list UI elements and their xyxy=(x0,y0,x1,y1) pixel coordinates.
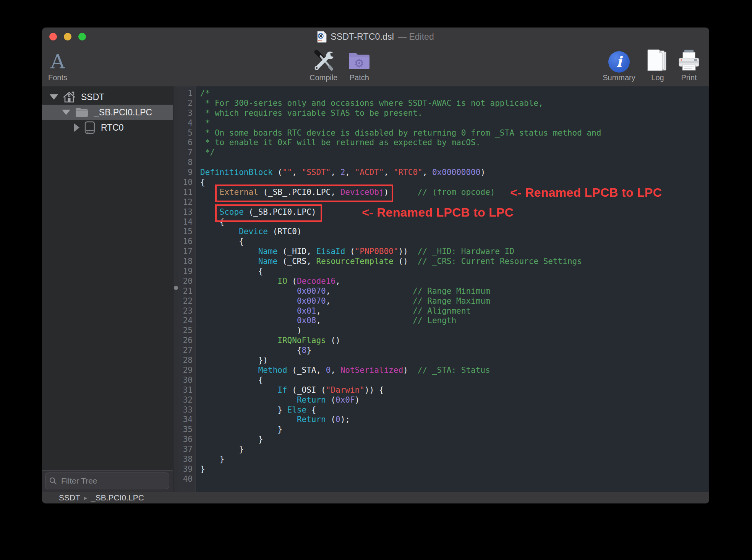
annotation-text-scope: <- Renamed LPCB to LPC xyxy=(362,206,514,220)
code-text[interactable]: Method (_STA, 0, NotSerialized) // _STA:… xyxy=(196,366,490,375)
code-line: 18 Name (_CRS, ResourceTemplate () // _C… xyxy=(178,257,709,267)
filter-tree-input[interactable] xyxy=(60,476,165,486)
code-text[interactable]: 0x0070, // Range Maximum xyxy=(196,296,490,306)
splitter-handle-dot[interactable] xyxy=(174,286,178,290)
code-line: 23 0x01, // Alignment xyxy=(178,306,709,316)
code-text[interactable]: } xyxy=(196,465,205,474)
title-bar[interactable]: DSL SSDT-RTC0.dsl — Edited xyxy=(42,28,709,46)
code-line: 26 IRQNoFlags () xyxy=(178,336,709,346)
disclosure-triangle[interactable] xyxy=(62,110,70,115)
code-line: 34 Return (0); xyxy=(178,415,709,425)
compile-button-label: Compile xyxy=(310,73,337,82)
code-text[interactable]: Device (RTC0) xyxy=(196,227,302,237)
code-line: 5 * On some boards RTC device is disable… xyxy=(178,128,709,138)
code-text[interactable] xyxy=(196,158,200,168)
tree-item--sb-pci0-lpc[interactable]: _SB.PCI0.LPC xyxy=(42,105,173,120)
summary-button[interactable]: i Summary xyxy=(599,47,639,82)
code-line: 2 * For 300-series only and occasions wh… xyxy=(178,99,709,108)
code-text[interactable]: } xyxy=(196,435,263,445)
line-number: 8 xyxy=(178,158,196,168)
code-text[interactable]: IRQNoFlags () xyxy=(196,336,340,346)
filter-tree-field[interactable] xyxy=(45,473,169,489)
code-text[interactable]: */ xyxy=(196,148,215,158)
line-number: 26 xyxy=(178,336,196,346)
code-text[interactable]: {8} xyxy=(196,346,311,356)
code-text[interactable] xyxy=(196,474,200,484)
code-text[interactable]: 0x0070, // Range Minimum xyxy=(196,286,490,296)
code-text[interactable]: IO (Decode16, xyxy=(196,277,340,286)
code-text[interactable]: { xyxy=(196,267,263,277)
code-line: 38 } xyxy=(178,455,709,465)
line-number: 21 xyxy=(178,286,196,296)
line-number: 36 xyxy=(178,435,196,445)
code-line: 21 0x0070, // Range Minimum xyxy=(178,286,709,296)
code-line: 9DefinitionBlock ("", "SSDT", 2, "ACDT",… xyxy=(178,168,709,178)
code-text[interactable]: { xyxy=(196,237,244,247)
code-text[interactable]: ) xyxy=(196,326,302,336)
code-text[interactable]: 0x08, // Length xyxy=(196,316,456,326)
code-text[interactable]: Return (0x0F) xyxy=(196,395,360,405)
line-number: 16 xyxy=(178,237,196,247)
search-icon xyxy=(49,477,57,485)
code-text[interactable]: /* xyxy=(196,89,210,99)
breadcrumb-separator-icon: ▸ xyxy=(84,494,87,502)
code-text[interactable]: * For 300-series only and occasions wher… xyxy=(196,99,543,108)
print-button[interactable]: Print xyxy=(676,47,702,82)
code-text[interactable]: } xyxy=(196,455,224,465)
code-text[interactable]: } xyxy=(196,445,244,455)
line-number: 25 xyxy=(178,326,196,336)
line-number: 38 xyxy=(178,455,196,465)
code-line: 35 } xyxy=(178,425,709,435)
breadcrumb-item[interactable]: _SB.PCI0.LPC xyxy=(91,493,144,502)
line-number: 20 xyxy=(178,277,196,286)
fonts-button[interactable]: A Fonts xyxy=(48,47,67,82)
code-line: 29 Method (_STA, 0, NotSerialized) // _S… xyxy=(178,366,709,375)
code-text[interactable]: { xyxy=(196,178,205,188)
code-line: 28 }) xyxy=(178,356,709,366)
line-number: 15 xyxy=(178,227,196,237)
code-text[interactable]: * which requires variable STAS to be pre… xyxy=(196,108,423,118)
patch-icon: ⚙ xyxy=(347,47,371,73)
code-text[interactable]: * On some boards RTC device is disabled … xyxy=(196,128,601,138)
breadcrumb-item[interactable]: SSDT xyxy=(59,493,80,502)
code-text[interactable]: Name (_HID, EisaId ("PNP0B00")) // _HID:… xyxy=(196,247,514,257)
code-line: 37 } xyxy=(178,445,709,455)
tree-item-label: _SB.PCI0.LPC xyxy=(94,107,152,118)
code-text[interactable]: * xyxy=(196,118,210,128)
code-text[interactable]: 0x01, // Alignment xyxy=(196,306,471,316)
window-title-text: SSDT-RTC0.dsl xyxy=(331,32,394,42)
summary-button-label: Summary xyxy=(603,73,635,82)
code-text[interactable]: Return (0); xyxy=(196,415,350,425)
code-line: 36 } xyxy=(178,435,709,445)
code-text[interactable]: } xyxy=(196,425,282,435)
tree-item-ssdt[interactable]: SSDT xyxy=(42,89,173,105)
fonts-icon: A xyxy=(50,50,65,73)
code-text[interactable]: * to enable it 0xF will be returned as e… xyxy=(196,138,480,148)
line-number: 19 xyxy=(178,267,196,277)
code-text[interactable]: }) xyxy=(196,356,268,366)
patch-button[interactable]: ⚙ Patch xyxy=(347,47,371,82)
code-text[interactable]: Name (_CRS, ResourceTemplate () // _CRS:… xyxy=(196,257,582,267)
code-text[interactable]: If (_OSI ("Darwin")) { xyxy=(196,385,384,395)
compile-button[interactable]: Compile xyxy=(310,47,337,82)
log-button[interactable]: Log xyxy=(645,47,670,82)
document-icon[interactable]: DSL xyxy=(317,31,327,43)
code-line: 7 */ xyxy=(178,148,709,158)
code-text[interactable]: { xyxy=(196,375,263,385)
code-text[interactable] xyxy=(196,197,200,207)
code-line: 22 0x0070, // Range Maximum xyxy=(178,296,709,306)
tree-item-label: RTC0 xyxy=(101,123,124,133)
code-line: 20 IO (Decode16, xyxy=(178,277,709,286)
tree-item-rtc0[interactable]: RTC0 xyxy=(42,120,173,135)
line-number: 23 xyxy=(178,306,196,316)
code-line: 16 { xyxy=(178,237,709,247)
disclosure-triangle[interactable] xyxy=(50,94,58,100)
code-text[interactable]: DefinitionBlock ("", "SSDT", 2, "ACDT", … xyxy=(196,168,485,178)
line-number: 30 xyxy=(178,375,196,385)
code-editor[interactable]: 1/*2 * For 300-series only and occasions… xyxy=(178,86,709,492)
code-text[interactable]: } Else { xyxy=(196,405,316,415)
code-line: 30 { xyxy=(178,375,709,385)
svg-text:⚙: ⚙ xyxy=(354,57,365,70)
disclosure-triangle[interactable] xyxy=(74,123,79,132)
annotation-text-external: <- Renamed LPCB to LPC xyxy=(510,186,662,200)
